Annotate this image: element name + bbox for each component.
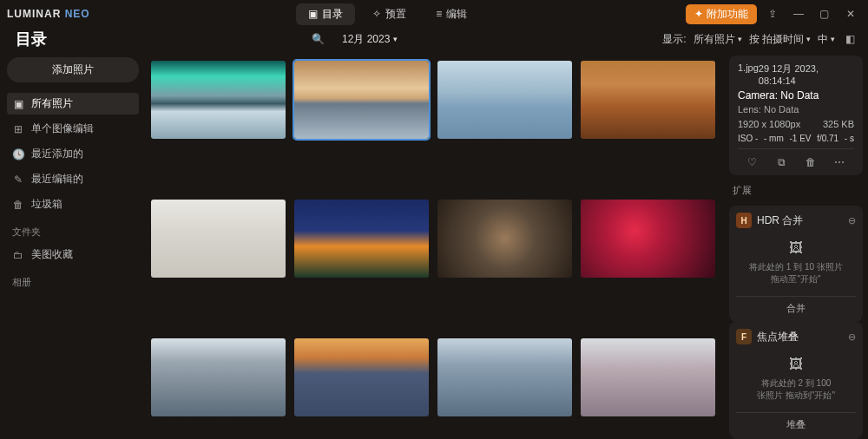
share-icon[interactable]: ⇪ (762, 8, 783, 20)
folder-icon: ▣ (308, 8, 318, 20)
tab-presets[interactable]: ✧ 预置 (360, 3, 418, 25)
maximize-button[interactable]: ▢ (814, 8, 835, 20)
view-options: 显示: 所有照片▾ 按 拍摄时间▾ 中▾ ◧ (662, 32, 859, 47)
copy-button[interactable]: ⧉ (767, 153, 797, 168)
info-panel: 1.jpg 29 12月 2023, 08:14:14 Camera: No D… (724, 50, 868, 439)
folders-heading: 文件夹 (7, 219, 139, 240)
gallery-row (151, 61, 715, 139)
tab-label: 预置 (385, 7, 406, 22)
collapse-button[interactable]: ⊖ (848, 331, 856, 343)
grid-icon: ▣ (12, 98, 24, 110)
sidebar: 添加照片 ▣ 所有照片 ⊞ 单个图像编辑 🕓 最近添加的 ✎ 最近编辑的 🗑 垃… (0, 50, 146, 439)
sidebar-folder-item[interactable]: 🗀 美图收藏 (7, 244, 139, 265)
sidebar-item-label: 最近编辑的 (31, 172, 83, 187)
search-icon[interactable]: 🔍 (312, 33, 325, 45)
thumbnail[interactable] (437, 338, 572, 416)
filter-select[interactable]: 所有照片▾ (694, 32, 742, 47)
filename: 1.jpg (738, 62, 759, 86)
extension-action-button[interactable]: 堆叠 (736, 412, 856, 431)
image-icon: ⊞ (12, 123, 24, 135)
sidebar-item-trash[interactable]: 🗑 垃圾箱 (7, 193, 139, 215)
sidebar-item-recently-edited[interactable]: ✎ 最近编辑的 (7, 168, 139, 190)
pencil-icon: ✎ (12, 174, 24, 186)
collapse-button[interactable]: ⊖ (848, 215, 856, 226)
extension-badge-icon: H (736, 213, 752, 228)
sidebar-item-recently-added[interactable]: 🕓 最近添加的 (7, 143, 139, 165)
file-info-card: 1.jpg 29 12月 2023, 08:14:14 Camera: No D… (729, 56, 863, 175)
gallery (146, 50, 724, 439)
extension-description: 将此处的 1 到 10 张照片拖动至"开始" (736, 261, 856, 285)
addon-button[interactable]: ✦ 附加功能 (686, 4, 757, 24)
main-body: 添加照片 ▣ 所有照片 ⊞ 单个图像编辑 🕓 最近添加的 ✎ 最近编辑的 🗑 垃… (0, 50, 868, 439)
window-controls-group: ✦ 附加功能 ⇪ — ▢ ✕ (686, 4, 861, 24)
thumbnail[interactable] (581, 200, 715, 278)
favorite-button[interactable]: ♡ (738, 153, 767, 168)
dimensions: 1920 x 1080px (738, 119, 800, 129)
chevron-down-icon: ▾ (393, 35, 398, 43)
thumbnail[interactable] (437, 61, 572, 139)
sort-select[interactable]: 按 拍摄时间▾ (749, 32, 811, 47)
tab-edit[interactable]: ≡ 编辑 (424, 3, 479, 25)
extension-description: 将此处的 2 到 100张照片 拖动到"开始" (736, 377, 856, 402)
panel-toggle-icon[interactable]: ◧ (842, 33, 859, 45)
exif-focal: - mm (764, 134, 784, 143)
extensions-heading: 扩展 (729, 182, 863, 199)
sidebar-item-label: 垃圾箱 (31, 197, 62, 212)
sort-direction[interactable]: 中▾ (818, 32, 835, 47)
images-icon: 🖼 (736, 240, 856, 256)
extension-card: HHDR 合并⊖🖼将此处的 1 到 10 张照片拖动至"开始"合并 (729, 206, 863, 322)
thumbnail[interactable] (151, 61, 286, 139)
sidebar-item-label: 美图收藏 (31, 247, 73, 262)
thumbnail[interactable] (581, 61, 715, 139)
camera-info: Camera: No Data (738, 89, 854, 102)
thumbnail[interactable] (294, 200, 429, 278)
extension-card: F焦点堆叠⊖🖼将此处的 2 到 100张照片 拖动到"开始"堆叠 (729, 322, 863, 438)
minimize-button[interactable]: — (788, 8, 809, 20)
close-button[interactable]: ✕ (840, 8, 861, 20)
page-title: 目录 (16, 29, 47, 49)
thumbnail[interactable] (151, 200, 286, 278)
exif-shutter: - s (845, 134, 854, 143)
filesize: 325 KB (823, 119, 854, 129)
sparkle-icon: ✧ (372, 8, 381, 20)
sidebar-item-label: 单个图像编辑 (31, 121, 94, 136)
main-mode-tabs: ▣ 目录 ✧ 预置 ≡ 编辑 (296, 3, 479, 25)
clock-icon: 🕓 (12, 148, 24, 161)
file-datetime: 29 12月 2023, 08:14:14 (759, 62, 854, 86)
gallery-row (151, 338, 715, 416)
gallery-row (151, 200, 715, 278)
extension-action-button[interactable]: 合并 (736, 296, 856, 315)
thumbnail[interactable] (294, 61, 429, 139)
thumbnail[interactable] (151, 338, 286, 416)
add-photos-button[interactable]: 添加照片 (7, 57, 139, 82)
exif-iso: ISO - (738, 134, 758, 143)
albums-heading: 相册 (7, 269, 139, 291)
extension-title: HDR 合并 (757, 213, 843, 228)
tab-catalog[interactable]: ▣ 目录 (296, 3, 355, 25)
sidebar-item-all-photos[interactable]: ▣ 所有照片 (7, 93, 139, 115)
exif-aperture: f/0.71 (817, 134, 838, 143)
lens-info: Lens: No Data (738, 104, 854, 115)
thumbnail[interactable] (294, 338, 429, 416)
thumbnail[interactable] (581, 338, 715, 416)
extension-title: 焦点堆叠 (757, 330, 843, 344)
tab-label: 编辑 (446, 7, 467, 22)
more-button[interactable]: ⋯ (825, 153, 855, 168)
display-label: 显示: (662, 32, 686, 47)
tab-label: 目录 (322, 7, 343, 22)
sidebar-item-label: 最近添加的 (31, 147, 83, 161)
app-logo: LUMINAR NEO (7, 8, 90, 20)
thumbnail[interactable] (437, 200, 572, 278)
date-selector[interactable]: 12月 2023 ▾ (342, 32, 398, 47)
title-bar: LUMINAR NEO ▣ 目录 ✧ 预置 ≡ 编辑 ✦ 附加功能 ⇪ — ▢ … (0, 0, 868, 28)
sidebar-item-label: 所有照片 (31, 96, 73, 111)
exif-ev: -1 EV (789, 134, 811, 143)
puzzle-icon: ✦ (694, 8, 703, 20)
images-icon: 🖼 (736, 357, 856, 372)
sidebar-item-single-edits[interactable]: ⊞ 单个图像编辑 (7, 118, 139, 140)
sliders-icon: ≡ (436, 8, 442, 20)
trash-icon: 🗑 (12, 199, 24, 211)
delete-button[interactable]: 🗑 (796, 153, 825, 168)
folder-icon: 🗀 (12, 249, 24, 261)
extension-badge-icon: F (736, 329, 752, 344)
